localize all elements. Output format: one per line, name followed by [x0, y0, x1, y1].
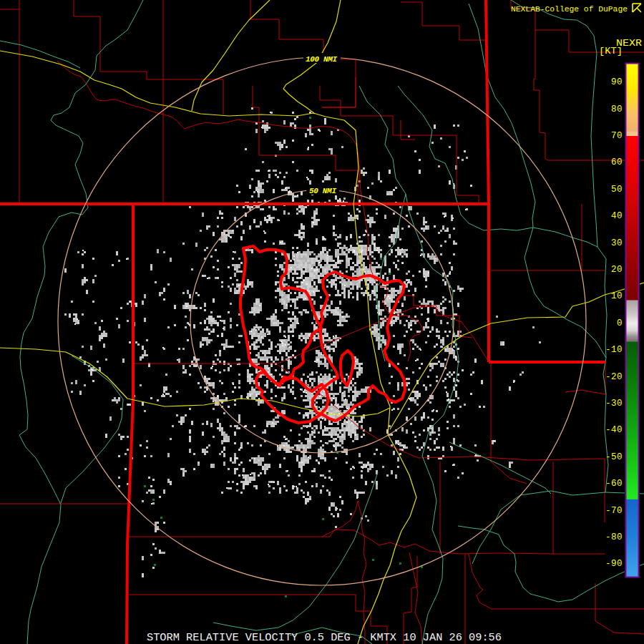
- svg-text:90: 90: [611, 77, 623, 87]
- svg-text:-50: -50: [605, 452, 623, 462]
- svg-text:STORM RELATIVE VELOCITY 0.5 DE: STORM RELATIVE VELOCITY 0.5 DEG - KMTX 1…: [147, 632, 502, 644]
- svg-text:10: 10: [611, 291, 623, 301]
- svg-text:50 NMI: 50 NMI: [309, 187, 336, 195]
- svg-text:30: 30: [611, 238, 623, 248]
- svg-text:70: 70: [611, 131, 623, 141]
- svg-text:-40: -40: [605, 425, 623, 435]
- svg-text:-70: -70: [605, 506, 623, 516]
- svg-text:-20: -20: [605, 372, 623, 382]
- svg-text:-90: -90: [605, 559, 623, 569]
- svg-text:40: 40: [611, 211, 623, 221]
- svg-text:100 NMI: 100 NMI: [306, 55, 337, 64]
- svg-text:-60: -60: [605, 479, 623, 489]
- svg-text:-80: -80: [605, 532, 623, 542]
- svg-text:20: 20: [611, 265, 623, 275]
- svg-text:NEXLAB-College of DuPage: NEXLAB-College of DuPage: [511, 4, 628, 14]
- svg-text:[KT]: [KT]: [599, 46, 623, 57]
- svg-text:-30: -30: [605, 399, 623, 409]
- svg-text:0: 0: [617, 318, 623, 328]
- svg-text:60: 60: [611, 157, 623, 167]
- svg-text:-10: -10: [605, 345, 623, 355]
- svg-text:50: 50: [611, 185, 623, 195]
- svg-text:80: 80: [611, 104, 623, 114]
